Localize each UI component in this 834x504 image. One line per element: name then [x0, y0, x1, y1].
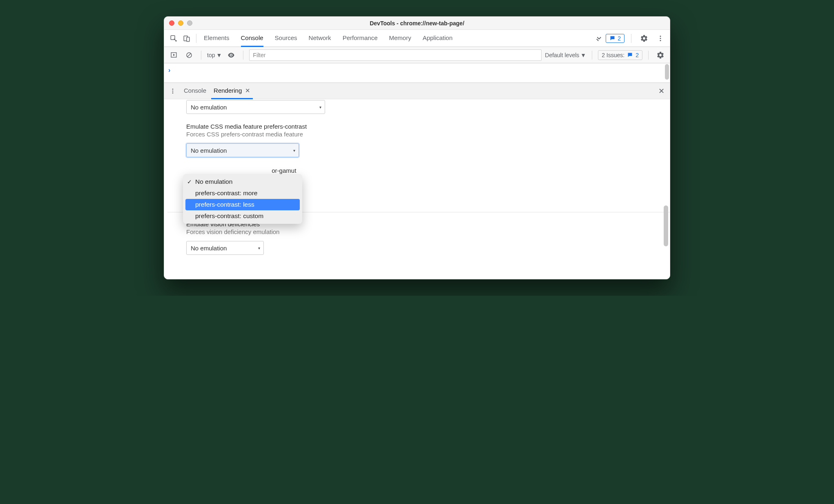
option-prefers-contrast-less[interactable]: prefers-contrast: less — [185, 199, 300, 210]
context-label: top — [207, 52, 215, 58]
svg-rect-2 — [187, 37, 190, 42]
more-tabs-icon[interactable] — [593, 32, 605, 45]
panel-scrollbar-thumb[interactable] — [664, 205, 668, 246]
tab-console[interactable]: Console — [241, 30, 263, 47]
console-settings-icon[interactable] — [654, 49, 667, 61]
right-tools: 2 — [606, 32, 667, 45]
zoom-window-button[interactable] — [187, 20, 192, 26]
feedback-badge[interactable]: 2 — [606, 34, 624, 43]
tab-network[interactable]: Network — [309, 30, 331, 47]
option-label: prefers-contrast: less — [195, 201, 254, 208]
tab-application[interactable]: Application — [423, 30, 453, 47]
main-tabs: Elements Console Sources Network Perform… — [200, 30, 592, 47]
svg-point-4 — [660, 38, 661, 39]
separator — [592, 51, 592, 60]
select-value: No emulation — [191, 245, 227, 252]
drawer-kebab-icon[interactable] — [167, 85, 179, 97]
separator — [196, 34, 196, 43]
prompt-icon: › — [168, 67, 170, 74]
svg-point-10 — [172, 89, 174, 90]
select-vision-deficiency[interactable]: No emulation ▾ — [186, 241, 264, 255]
tab-sources[interactable]: Sources — [275, 30, 297, 47]
console-toolbar: top ▼ Filter Default levels ▼ 2 Issues: … — [164, 47, 670, 63]
select-prefers-contrast[interactable]: No emulation ▾ — [186, 143, 299, 157]
drawer-tab-label: Console — [184, 87, 206, 94]
inspect-element-icon[interactable] — [167, 32, 180, 45]
feedback-count: 2 — [618, 35, 621, 42]
svg-point-3 — [660, 36, 661, 37]
separator — [648, 51, 649, 60]
filter-placeholder: Filter — [253, 52, 265, 58]
log-levels-dropdown[interactable]: Default levels ▼ — [545, 52, 586, 58]
issues-label: 2 Issues: — [602, 52, 624, 58]
section-vision-deficiencies: Emulate vision deficiencies Forces visio… — [186, 221, 667, 255]
tab-elements[interactable]: Elements — [204, 30, 230, 47]
option-no-emulation[interactable]: ✓ No emulation — [183, 176, 302, 187]
close-window-button[interactable] — [169, 20, 174, 26]
drawer-tab-label: Rendering — [214, 87, 242, 94]
option-prefers-contrast-custom[interactable]: prefers-contrast: custom — [183, 210, 302, 222]
svg-point-9 — [231, 54, 232, 56]
close-tab-icon[interactable]: ✕ — [245, 87, 250, 94]
svg-line-8 — [187, 53, 191, 57]
devtools-window: DevTools - chrome://new-tab-page/ Elemen… — [164, 16, 670, 279]
execution-context-dropdown[interactable]: top ▼ — [207, 52, 222, 58]
section-title: Emulate CSS media feature color-gamut — [186, 167, 667, 174]
caret-down-icon: ▼ — [580, 52, 586, 58]
issues-count: 2 — [636, 52, 639, 58]
console-body[interactable]: › — [164, 63, 670, 83]
scrollbar-thumb[interactable] — [665, 64, 669, 80]
svg-point-12 — [172, 92, 174, 94]
minimize-window-button[interactable] — [178, 20, 183, 26]
select-value: No emulation — [191, 147, 227, 154]
check-icon: ✓ — [187, 178, 192, 185]
section-subtitle: Forces CSS prefers-contrast media featur… — [186, 131, 667, 138]
separator — [631, 34, 631, 43]
option-label: prefers-contrast: more — [195, 190, 257, 196]
section-title: Emulate CSS media feature prefers-contra… — [186, 123, 667, 130]
drawer-tab-rendering[interactable]: Rendering ✕ — [211, 83, 253, 99]
caret-down-icon: ▼ — [216, 52, 222, 58]
option-prefers-contrast-more[interactable]: prefers-contrast: more — [183, 187, 302, 199]
section-subtitle: Forces vision deficiency emulation — [186, 228, 667, 235]
kebab-menu-icon[interactable] — [654, 32, 667, 45]
select-value: No emulation — [191, 104, 227, 111]
drawer-tab-console[interactable]: Console — [181, 83, 209, 99]
drawer-tabs-row: Console Rendering ✕ ✕ — [164, 83, 670, 99]
option-label: No emulation — [195, 178, 232, 185]
toggle-device-toolbar-icon[interactable] — [181, 32, 193, 45]
svg-point-11 — [172, 90, 174, 91]
live-expression-icon[interactable] — [225, 49, 237, 61]
separator — [243, 51, 243, 60]
tab-memory[interactable]: Memory — [389, 30, 411, 47]
prefers-contrast-listbox: ✓ No emulation prefers-contrast: more pr… — [183, 174, 302, 224]
main-tabs-row: Elements Console Sources Network Perform… — [164, 30, 670, 47]
filter-input[interactable]: Filter — [249, 49, 542, 61]
rendering-panel: No emulation ▾ Emulate CSS media feature… — [164, 99, 670, 279]
levels-label: Default levels — [545, 52, 579, 58]
issues-box[interactable]: 2 Issues: 2 — [598, 50, 642, 60]
window-title: DevTools - chrome://new-tab-page/ — [164, 20, 670, 27]
select-generic-top[interactable]: No emulation ▾ — [186, 100, 325, 114]
caret-down-icon: ▾ — [258, 246, 260, 250]
clear-console-icon[interactable] — [183, 49, 195, 61]
section-prefers-contrast: Emulate CSS media feature prefers-contra… — [186, 123, 667, 157]
caret-down-icon: ▾ — [293, 148, 295, 153]
window-controls — [169, 20, 192, 26]
titlebar: DevTools - chrome://new-tab-page/ — [164, 17, 670, 30]
svg-point-5 — [660, 40, 661, 41]
settings-icon[interactable] — [638, 32, 650, 45]
caret-down-icon: ▾ — [319, 105, 321, 109]
option-label: prefers-contrast: custom — [195, 212, 263, 219]
toggle-sidebar-icon[interactable] — [167, 49, 180, 61]
separator — [201, 51, 201, 60]
close-drawer-icon[interactable]: ✕ — [655, 85, 667, 97]
tab-performance[interactable]: Performance — [343, 30, 378, 47]
